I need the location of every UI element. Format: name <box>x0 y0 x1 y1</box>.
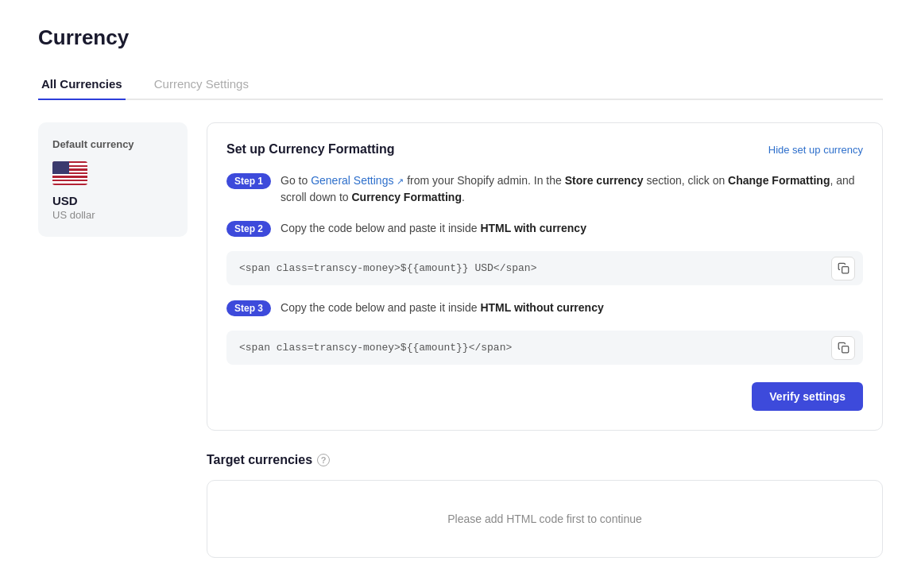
step-2-code: <span class=transcy-money>${{amount}} US… <box>239 262 536 274</box>
step-1-bold1: Store currency <box>565 174 644 187</box>
step-1-text-after: from your Shopify admin. In the <box>404 174 564 187</box>
step-2-bold: HTML with currency <box>480 222 586 234</box>
target-currencies-title: Target currencies ? <box>207 453 883 467</box>
us-flag-icon <box>52 161 87 185</box>
currency-code: USD <box>52 194 173 207</box>
target-currencies-section: Target currencies ? Please add HTML code… <box>207 453 883 558</box>
step-2-badge: Step 2 <box>226 221 271 237</box>
sidebar: Default currency USD US dollar <box>38 122 188 237</box>
setup-card: Set up Currency Formatting Hide set up c… <box>207 122 883 431</box>
tab-all-currencies[interactable]: All Currencies <box>38 69 126 100</box>
step-2-code-box: <span class=transcy-money>${{amount}} US… <box>226 251 863 285</box>
step-2-text: Copy the code below and paste it inside … <box>281 220 586 237</box>
step-3-code-box: <span class=transcy-money>${{amount}}</s… <box>226 331 863 365</box>
setup-card-title: Set up Currency Formatting <box>226 142 395 157</box>
verify-settings-button[interactable]: Verify settings <box>752 382 863 411</box>
tab-currency-settings[interactable]: Currency Settings <box>151 69 252 100</box>
flag-canton <box>52 161 69 174</box>
setup-card-header: Set up Currency Formatting Hide set up c… <box>226 142 863 157</box>
step-1-bold2: Change Formatting <box>728 174 830 187</box>
step-1-text: Go to General Settings ↗ from your Shopi… <box>281 172 863 206</box>
step-2-row: Step 2 Copy the code below and paste it … <box>226 220 863 237</box>
help-icon[interactable]: ? <box>317 454 330 466</box>
step-3-row: Step 3 Copy the code below and paste it … <box>226 300 863 316</box>
step-1-text-before: Go to <box>281 174 311 187</box>
sidebar-label: Default currency <box>52 138 173 150</box>
step-3-code: <span class=transcy-money>${{amount}}</s… <box>239 342 512 354</box>
step-3-badge: Step 3 <box>226 300 271 316</box>
tabs-bar: All Currencies Currency Settings <box>38 69 883 100</box>
target-currencies-empty: Please add HTML code first to continue <box>207 480 883 558</box>
page-title: Currency <box>38 25 883 50</box>
verify-row: Verify settings <box>226 379 863 411</box>
right-panel: Set up Currency Formatting Hide set up c… <box>207 122 883 558</box>
general-settings-link[interactable]: General Settings ↗ <box>311 174 404 187</box>
step-1-bold3: Currency Formatting <box>352 191 462 203</box>
target-empty-message: Please add HTML code first to continue <box>447 513 642 525</box>
hide-setup-link[interactable]: Hide set up currency <box>768 144 863 156</box>
currency-name: US dollar <box>52 209 173 221</box>
svg-rect-0 <box>842 267 848 273</box>
step-1-badge: Step 1 <box>226 173 271 189</box>
page-container: Currency All Currencies Currency Setting… <box>0 0 921 588</box>
svg-rect-1 <box>842 346 848 353</box>
step-1-row: Step 1 Go to General Settings ↗ from you… <box>226 172 863 206</box>
step-3-text: Copy the code below and paste it inside … <box>281 300 604 316</box>
main-content: Default currency USD US dollar Set up Cu… <box>38 122 883 558</box>
step-3-copy-button[interactable] <box>831 336 855 360</box>
step-3-bold: HTML without currency <box>480 301 603 314</box>
step-2-copy-button[interactable] <box>831 257 855 280</box>
